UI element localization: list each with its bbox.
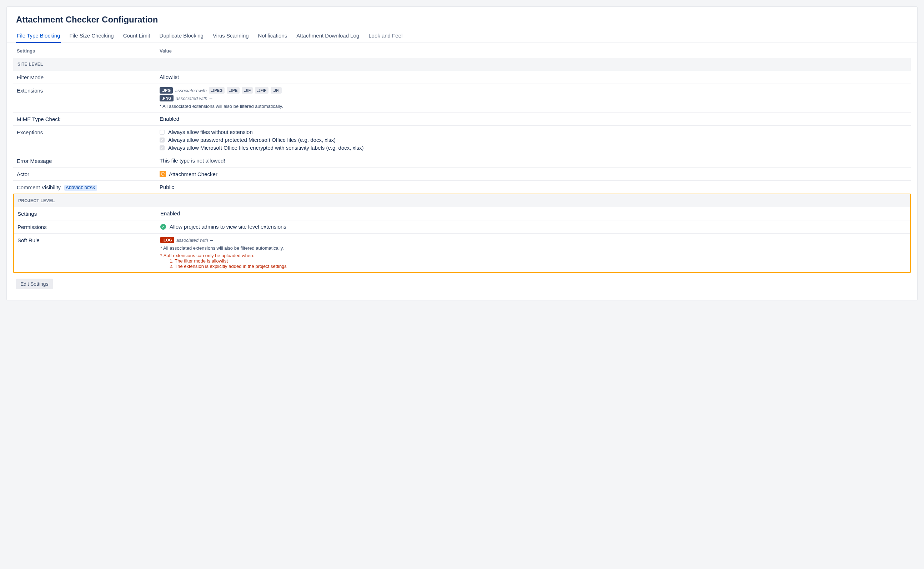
tab-file-size-checking[interactable]: File Size Checking — [68, 30, 114, 43]
ext-tag-primary: .PNG — [159, 95, 173, 102]
tab-attachment-download-log[interactable]: Attachment Download Log — [296, 30, 360, 43]
soft-rule-footnote: * All associated extensions will also be… — [160, 245, 906, 251]
tab-look-and-feel[interactable]: Look and Feel — [368, 30, 403, 43]
exception-text: Always allow password protected Microsof… — [168, 137, 335, 143]
assoc-none: – — [209, 95, 212, 101]
ext-tag-assoc: .JFI — [271, 87, 282, 94]
ext-tag-primary: .JPG — [159, 87, 173, 94]
value-project-settings: Enabled — [160, 210, 906, 216]
value-comment-visibility: Public — [159, 184, 907, 190]
tab-virus-scanning[interactable]: Virus Scanning — [212, 30, 250, 43]
label-filter-mode: Filter Mode — [17, 74, 159, 81]
value-error-message: This file type is not allowed! — [159, 158, 907, 164]
ext-tag-assoc: .JIF — [242, 87, 253, 94]
value-mime: Enabled — [159, 116, 907, 122]
row-mime: MIME Type Check Enabled — [13, 113, 911, 126]
ext-tag-log: .LOG — [160, 237, 174, 243]
checkbox-icon[interactable] — [159, 130, 165, 135]
value-extensions: .JPGassociated with.JPEG.JPE.JIF.JFIF.JF… — [159, 87, 907, 109]
exception-text: Always allow files without extension — [168, 129, 253, 135]
value-soft-rule: .LOG associated with – * All associated … — [160, 237, 906, 269]
label-project-settings: Settings — [18, 210, 160, 217]
exception-item: Always allow files without extension — [159, 129, 907, 135]
section-site-level: SITE LEVEL — [13, 58, 911, 71]
project-level-block: PROJECT LEVEL Settings Enabled Permissio… — [13, 193, 911, 273]
tab-count-limit[interactable]: Count Limit — [123, 30, 151, 43]
comment-visibility-text: Comment Visibility — [17, 184, 61, 190]
row-comment-visibility: Comment Visibility SERVICE DESK Public — [13, 181, 911, 193]
extensions-footnote: * All associated extensions will also be… — [159, 103, 907, 109]
value-filter-mode: Allowlist — [159, 74, 907, 80]
row-permissions: Permissions Allow project admins to view… — [14, 221, 910, 234]
tab-bar: File Type BlockingFile Size CheckingCoun… — [7, 30, 917, 43]
assoc-text: associated with — [175, 88, 207, 93]
label-mime: MIME Type Check — [17, 116, 159, 122]
permissions-text: Allow project admins to view site level … — [170, 224, 286, 230]
label-error-message: Error Message — [17, 158, 159, 164]
exception-text: Always allow Microsoft Office files encr… — [168, 145, 363, 151]
assoc-text: associated with — [176, 96, 208, 101]
row-extensions: Extensions .JPGassociated with.JPEG.JPE.… — [13, 84, 911, 113]
assoc-none: – — [210, 237, 213, 243]
row-exceptions: Exceptions Always allow files without ex… — [13, 126, 911, 154]
value-exceptions: Always allow files without extensionAlwa… — [159, 129, 907, 151]
label-extensions: Extensions — [17, 87, 159, 94]
label-exceptions: Exceptions — [17, 129, 159, 135]
tab-duplicate-blocking[interactable]: Duplicate Blocking — [159, 30, 204, 43]
th-settings: Settings — [17, 48, 159, 53]
edit-settings-button[interactable]: Edit Settings — [16, 278, 53, 289]
section-project-level: PROJECT LEVEL — [14, 194, 910, 207]
settings-table: Settings Value SITE LEVEL Filter Mode Al… — [13, 46, 911, 193]
row-error-message: Error Message This file type is not allo… — [13, 154, 911, 167]
label-comment-visibility: Comment Visibility SERVICE DESK — [17, 184, 159, 190]
ext-tag-assoc: .JPE — [227, 87, 240, 94]
row-soft-rule: Soft Rule .LOG associated with – * All a… — [14, 234, 910, 272]
exception-item: Always allow Microsoft Office files encr… — [159, 145, 907, 151]
check-circle-icon — [160, 224, 166, 230]
label-permissions: Permissions — [18, 224, 160, 230]
shield-icon — [159, 171, 166, 177]
checkbox-icon[interactable] — [159, 137, 165, 143]
soft-rule-red-1: 1. The filter mode is allowlist — [160, 258, 906, 263]
ext-tag-assoc: .JFIF — [255, 87, 269, 94]
tab-file-type-blocking[interactable]: File Type Blocking — [16, 30, 61, 43]
tab-notifications[interactable]: Notifications — [258, 30, 288, 43]
th-value: Value — [159, 48, 907, 53]
checkbox-icon[interactable] — [159, 145, 165, 151]
page-title: Attachment Checker Configuration — [7, 15, 917, 30]
config-panel: Attachment Checker Configuration File Ty… — [6, 6, 918, 300]
label-soft-rule: Soft Rule — [18, 237, 160, 243]
actor-name: Attachment Checker — [169, 171, 217, 177]
assoc-text: associated with — [176, 237, 208, 243]
exception-item: Always allow password protected Microsof… — [159, 137, 907, 143]
row-project-settings: Settings Enabled — [14, 207, 910, 221]
soft-rule-red-intro: * Soft extensions can only be uploaded w… — [160, 253, 906, 258]
row-actor: Actor Attachment Checker — [13, 167, 911, 181]
label-actor: Actor — [17, 171, 159, 177]
ext-tag-assoc: .JPEG — [209, 87, 225, 94]
service-desk-badge: SERVICE DESK — [64, 185, 97, 191]
row-filter-mode: Filter Mode Allowlist — [13, 71, 911, 84]
soft-rule-red-2: 2. The extension is explicitly added in … — [160, 263, 906, 269]
value-permissions: Allow project admins to view site level … — [160, 224, 906, 230]
value-actor: Attachment Checker — [159, 171, 907, 177]
table-header-row: Settings Value — [13, 46, 911, 58]
